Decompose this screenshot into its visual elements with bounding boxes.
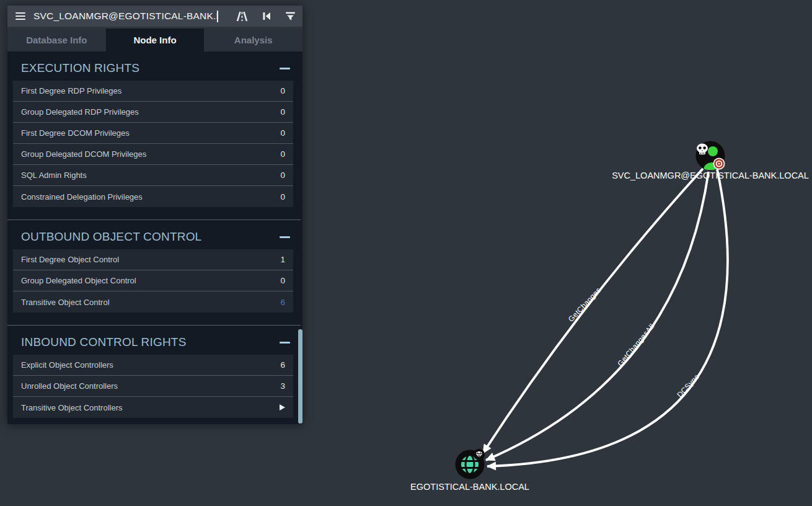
- row-label: Constrained Delegation Privileges: [21, 192, 143, 202]
- filter-funnel-icon[interactable]: [278, 6, 302, 27]
- section-header-outbound-object-control[interactable]: OUTBOUND OBJECT CONTROL: [7, 228, 302, 246]
- row-value: 0: [280, 86, 285, 95]
- pathfinding-road-icon[interactable]: [230, 6, 254, 27]
- row-label: First Degree DCOM Privileges: [21, 128, 130, 138]
- section-header-execution-rights[interactable]: EXECUTION RIGHTS: [7, 59, 302, 78]
- row-value: 1: [280, 255, 285, 264]
- row-label: SQL Admin Rights: [21, 171, 87, 180]
- node-domain-egotistical-bank[interactable]: EGOTISTICAL-BANK.LOCAL: [410, 449, 529, 492]
- table-row[interactable]: Constrained Delegation Privileges 0: [13, 186, 293, 207]
- section-title: INBOUND CONTROL RIGHTS: [21, 335, 187, 349]
- tab-bar: Database Info Node Info Analysis: [7, 29, 302, 51]
- node-info-panel: SVC_LOANMGR@EGOTISTICAL-BANK.LOCAL: [7, 6, 302, 424]
- section-title: EXECUTION RIGHTS: [21, 61, 139, 75]
- panel-scrollbar-thumb[interactable]: [298, 329, 302, 424]
- edge-label-getchangesall: GetChangesAll: [616, 322, 656, 368]
- row-label: Unrolled Object Controllers: [21, 381, 118, 391]
- menu-hamburger-icon[interactable]: [7, 12, 33, 20]
- row-label: Group Delegated Object Control: [21, 276, 136, 285]
- node-label-user: SVC_LOANMGR@EGOTISTICAL-BANK.LOCAL: [612, 171, 809, 180]
- execution-rights-rows: First Degree RDP Privileges 0 Group Dele…: [13, 81, 293, 207]
- row-value: 6: [280, 360, 285, 370]
- table-row[interactable]: Explicit Object Controllers 6: [13, 355, 293, 376]
- row-label: Transitive Object Controllers: [21, 403, 123, 412]
- node-user-svc-loanmgr[interactable]: SVC_LOANMGR@EGOTISTICAL-BANK.LOCAL: [612, 141, 809, 181]
- edge-getchangesall[interactable]: [486, 172, 708, 460]
- play-icon[interactable]: [280, 404, 285, 411]
- node-info-content: EXECUTION RIGHTS First Degree RDP Privil…: [7, 51, 302, 424]
- row-label: Transitive Object Control: [21, 298, 110, 307]
- row-value: 0: [280, 128, 285, 138]
- tab-node-info[interactable]: Node Info: [106, 29, 205, 51]
- table-row[interactable]: Unrolled Object Controllers 3: [13, 376, 293, 397]
- table-row[interactable]: Transitive Object Control 6: [13, 291, 293, 313]
- diamond-high-value-icon: [474, 449, 485, 460]
- search-input[interactable]: SVC_LOANMGR@EGOTISTICAL-BANK.LOCAL: [33, 11, 217, 22]
- row-value: 0: [280, 192, 285, 202]
- tab-database-info[interactable]: Database Info: [7, 29, 106, 51]
- row-label: Group Delegated DCOM Privileges: [21, 149, 146, 159]
- node-label-domain: EGOTISTICAL-BANK.LOCAL: [410, 482, 529, 492]
- row-value: 0: [280, 171, 285, 180]
- table-row[interactable]: Group Delegated DCOM Privileges 0: [13, 144, 293, 165]
- table-row[interactable]: First Degree Object Control 1: [13, 249, 293, 270]
- table-row[interactable]: Group Delegated Object Control 0: [13, 270, 293, 291]
- row-value: 0: [280, 276, 285, 285]
- inbound-control-rights-rows: Explicit Object Controllers 6 Unrolled O…: [13, 355, 293, 418]
- row-label: First Degree Object Control: [21, 255, 119, 264]
- outbound-object-control-rows: First Degree Object Control 1 Group Dele…: [13, 249, 293, 313]
- row-label: Explicit Object Controllers: [21, 360, 113, 370]
- collapse-minus-icon[interactable]: [280, 236, 290, 238]
- row-value: 0: [280, 149, 285, 159]
- edge-dcsync[interactable]: [487, 169, 728, 466]
- table-row[interactable]: Transitive Object Controllers: [13, 397, 293, 418]
- row-value: 6: [280, 298, 285, 307]
- tab-analysis[interactable]: Analysis: [204, 29, 302, 51]
- table-row[interactable]: First Degree DCOM Privileges 0: [13, 123, 293, 144]
- edge-label-dcsync: DCSync: [675, 373, 700, 399]
- table-row[interactable]: Group Delegated RDP Privileges 0: [13, 102, 293, 123]
- edge-label-getchanges: GetChanges: [567, 286, 602, 324]
- section-divider: [7, 220, 301, 220]
- collapse-minus-icon[interactable]: [280, 68, 290, 69]
- section-divider: [7, 325, 301, 326]
- row-label: First Degree RDP Privileges: [21, 86, 121, 95]
- text-cursor-caret: [217, 11, 218, 22]
- row-label: Group Delegated RDP Privileges: [21, 107, 139, 117]
- target-bullseye-icon: [713, 158, 725, 170]
- section-title: OUTBOUND OBJECT CONTROL: [21, 230, 201, 244]
- section-header-inbound-control-rights[interactable]: INBOUND CONTROL RIGHTS: [7, 333, 302, 352]
- collapse-minus-icon[interactable]: [280, 342, 290, 344]
- back-icon[interactable]: [254, 6, 278, 27]
- row-value: 3: [280, 381, 285, 391]
- search-bar: SVC_LOANMGR@EGOTISTICAL-BANK.LOCAL: [7, 6, 302, 27]
- row-value: 0: [280, 107, 285, 117]
- table-row[interactable]: SQL Admin Rights 0: [13, 165, 293, 186]
- table-row[interactable]: First Degree RDP Privileges 0: [13, 81, 293, 102]
